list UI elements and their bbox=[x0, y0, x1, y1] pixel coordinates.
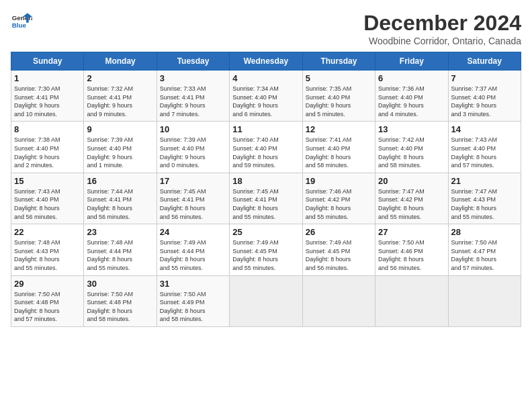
day-number: 19 bbox=[306, 176, 372, 186]
day-info: Sunrise: 7:46 AM Sunset: 4:42 PM Dayligh… bbox=[306, 187, 372, 221]
day-number: 23 bbox=[87, 227, 153, 237]
day-info: Sunrise: 7:38 AM Sunset: 4:40 PM Dayligh… bbox=[14, 136, 81, 169]
day-number: 17 bbox=[160, 176, 226, 186]
day-info: Sunrise: 7:45 AM Sunset: 4:41 PM Dayligh… bbox=[160, 187, 226, 221]
calendar-cell: 30Sunrise: 7:50 AM Sunset: 4:48 PM Dayli… bbox=[84, 275, 157, 326]
day-number: 26 bbox=[306, 227, 372, 237]
day-info: Sunrise: 7:45 AM Sunset: 4:41 PM Dayligh… bbox=[232, 187, 299, 221]
calendar-table: Sunday Monday Tuesday Wednesday Thursday… bbox=[11, 52, 521, 327]
day-info: Sunrise: 7:37 AM Sunset: 4:40 PM Dayligh… bbox=[451, 85, 518, 118]
header-row: Sunday Monday Tuesday Wednesday Thursday… bbox=[11, 52, 521, 71]
calendar-cell: 12Sunrise: 7:41 AM Sunset: 4:40 PM Dayli… bbox=[302, 122, 375, 173]
calendar-cell: 28Sunrise: 7:50 AM Sunset: 4:47 PM Dayli… bbox=[448, 224, 521, 275]
header-sunday: Sunday bbox=[11, 52, 84, 71]
day-info: Sunrise: 7:30 AM Sunset: 4:41 PM Dayligh… bbox=[14, 85, 81, 118]
calendar-cell bbox=[375, 275, 448, 326]
month-title: December 2024 bbox=[363, 11, 521, 36]
day-number: 12 bbox=[306, 124, 372, 134]
calendar-cell: 7Sunrise: 7:37 AM Sunset: 4:40 PM Daylig… bbox=[448, 71, 521, 122]
day-number: 30 bbox=[87, 279, 153, 289]
day-number: 25 bbox=[232, 227, 299, 237]
calendar-cell: 31Sunrise: 7:50 AM Sunset: 4:49 PM Dayli… bbox=[157, 275, 229, 326]
day-info: Sunrise: 7:41 AM Sunset: 4:40 PM Dayligh… bbox=[306, 136, 372, 169]
calendar-cell: 1Sunrise: 7:30 AM Sunset: 4:41 PM Daylig… bbox=[11, 71, 84, 122]
calendar-header: Sunday Monday Tuesday Wednesday Thursday… bbox=[11, 52, 521, 71]
day-number: 18 bbox=[232, 176, 299, 186]
day-info: Sunrise: 7:43 AM Sunset: 4:40 PM Dayligh… bbox=[14, 187, 81, 221]
day-info: Sunrise: 7:49 AM Sunset: 4:45 PM Dayligh… bbox=[306, 238, 372, 272]
calendar-week-1: 1Sunrise: 7:30 AM Sunset: 4:41 PM Daylig… bbox=[11, 71, 521, 122]
calendar-cell: 5Sunrise: 7:35 AM Sunset: 4:40 PM Daylig… bbox=[302, 71, 375, 122]
day-number: 21 bbox=[451, 176, 518, 186]
logo-icon: General Blue bbox=[11, 11, 32, 32]
day-info: Sunrise: 7:32 AM Sunset: 4:41 PM Dayligh… bbox=[87, 85, 153, 118]
day-number: 10 bbox=[160, 124, 226, 134]
day-info: Sunrise: 7:47 AM Sunset: 4:42 PM Dayligh… bbox=[378, 187, 445, 221]
calendar-body: 1Sunrise: 7:30 AM Sunset: 4:41 PM Daylig… bbox=[11, 71, 521, 327]
day-info: Sunrise: 7:49 AM Sunset: 4:45 PM Dayligh… bbox=[232, 238, 299, 272]
day-info: Sunrise: 7:50 AM Sunset: 4:49 PM Dayligh… bbox=[160, 290, 226, 324]
calendar-cell: 8Sunrise: 7:38 AM Sunset: 4:40 PM Daylig… bbox=[11, 122, 84, 173]
calendar-cell: 2Sunrise: 7:32 AM Sunset: 4:41 PM Daylig… bbox=[84, 71, 157, 122]
day-info: Sunrise: 7:50 AM Sunset: 4:48 PM Dayligh… bbox=[14, 290, 81, 324]
calendar-cell: 10Sunrise: 7:39 AM Sunset: 4:40 PM Dayli… bbox=[157, 122, 229, 173]
day-info: Sunrise: 7:50 AM Sunset: 4:46 PM Dayligh… bbox=[378, 238, 445, 272]
day-info: Sunrise: 7:49 AM Sunset: 4:44 PM Dayligh… bbox=[160, 238, 226, 272]
day-info: Sunrise: 7:40 AM Sunset: 4:40 PM Dayligh… bbox=[232, 136, 299, 169]
day-number: 20 bbox=[378, 176, 445, 186]
day-info: Sunrise: 7:39 AM Sunset: 4:40 PM Dayligh… bbox=[160, 136, 226, 169]
calendar-cell: 18Sunrise: 7:45 AM Sunset: 4:41 PM Dayli… bbox=[230, 173, 302, 224]
day-info: Sunrise: 7:42 AM Sunset: 4:40 PM Dayligh… bbox=[378, 136, 445, 169]
day-info: Sunrise: 7:47 AM Sunset: 4:43 PM Dayligh… bbox=[451, 187, 518, 221]
calendar-cell: 25Sunrise: 7:49 AM Sunset: 4:45 PM Dayli… bbox=[230, 224, 302, 275]
day-info: Sunrise: 7:34 AM Sunset: 4:40 PM Dayligh… bbox=[232, 85, 299, 118]
calendar-cell bbox=[230, 275, 302, 326]
day-number: 8 bbox=[14, 124, 81, 134]
day-number: 14 bbox=[451, 124, 518, 134]
calendar-cell: 22Sunrise: 7:48 AM Sunset: 4:43 PM Dayli… bbox=[11, 224, 84, 275]
svg-text:Blue: Blue bbox=[12, 21, 27, 29]
title-section: December 2024 Woodbine Corridor, Ontario… bbox=[363, 11, 521, 46]
logo: General Blue bbox=[11, 11, 32, 32]
day-number: 24 bbox=[160, 227, 226, 237]
calendar-cell: 21Sunrise: 7:47 AM Sunset: 4:43 PM Dayli… bbox=[448, 173, 521, 224]
calendar-cell: 27Sunrise: 7:50 AM Sunset: 4:46 PM Dayli… bbox=[375, 224, 448, 275]
day-number: 31 bbox=[160, 279, 226, 289]
day-number: 3 bbox=[160, 73, 226, 83]
day-number: 5 bbox=[306, 73, 372, 83]
calendar-cell: 17Sunrise: 7:45 AM Sunset: 4:41 PM Dayli… bbox=[157, 173, 229, 224]
day-number: 28 bbox=[451, 227, 518, 237]
calendar-cell: 9Sunrise: 7:39 AM Sunset: 4:40 PM Daylig… bbox=[84, 122, 157, 173]
day-number: 13 bbox=[378, 124, 445, 134]
day-number: 27 bbox=[378, 227, 445, 237]
day-number: 11 bbox=[232, 124, 299, 134]
calendar-cell: 19Sunrise: 7:46 AM Sunset: 4:42 PM Dayli… bbox=[302, 173, 375, 224]
header-tuesday: Tuesday bbox=[157, 52, 229, 71]
calendar-cell: 4Sunrise: 7:34 AM Sunset: 4:40 PM Daylig… bbox=[230, 71, 302, 122]
day-info: Sunrise: 7:33 AM Sunset: 4:41 PM Dayligh… bbox=[160, 85, 226, 118]
calendar-cell bbox=[448, 275, 521, 326]
day-info: Sunrise: 7:36 AM Sunset: 4:40 PM Dayligh… bbox=[378, 85, 445, 118]
calendar-cell: 14Sunrise: 7:43 AM Sunset: 4:40 PM Dayli… bbox=[448, 122, 521, 173]
day-info: Sunrise: 7:50 AM Sunset: 4:47 PM Dayligh… bbox=[451, 238, 518, 272]
calendar-week-4: 22Sunrise: 7:48 AM Sunset: 4:43 PM Dayli… bbox=[11, 224, 521, 275]
header-friday: Friday bbox=[375, 52, 448, 71]
calendar-cell: 20Sunrise: 7:47 AM Sunset: 4:42 PM Dayli… bbox=[375, 173, 448, 224]
day-info: Sunrise: 7:48 AM Sunset: 4:44 PM Dayligh… bbox=[87, 238, 153, 272]
day-number: 9 bbox=[87, 124, 153, 134]
day-number: 6 bbox=[378, 73, 445, 83]
calendar-cell: 6Sunrise: 7:36 AM Sunset: 4:40 PM Daylig… bbox=[375, 71, 448, 122]
day-number: 4 bbox=[232, 73, 299, 83]
header-wednesday: Wednesday bbox=[230, 52, 302, 71]
calendar-cell: 11Sunrise: 7:40 AM Sunset: 4:40 PM Dayli… bbox=[230, 122, 302, 173]
location-title: Woodbine Corridor, Ontario, Canada bbox=[363, 36, 521, 46]
day-info: Sunrise: 7:43 AM Sunset: 4:40 PM Dayligh… bbox=[451, 136, 518, 169]
calendar-cell: 23Sunrise: 7:48 AM Sunset: 4:44 PM Dayli… bbox=[84, 224, 157, 275]
day-number: 22 bbox=[14, 227, 81, 237]
header-thursday: Thursday bbox=[302, 52, 375, 71]
calendar-week-2: 8Sunrise: 7:38 AM Sunset: 4:40 PM Daylig… bbox=[11, 122, 521, 173]
day-info: Sunrise: 7:48 AM Sunset: 4:43 PM Dayligh… bbox=[14, 238, 81, 272]
calendar-cell bbox=[302, 275, 375, 326]
day-info: Sunrise: 7:35 AM Sunset: 4:40 PM Dayligh… bbox=[306, 85, 372, 118]
calendar-cell: 24Sunrise: 7:49 AM Sunset: 4:44 PM Dayli… bbox=[157, 224, 229, 275]
